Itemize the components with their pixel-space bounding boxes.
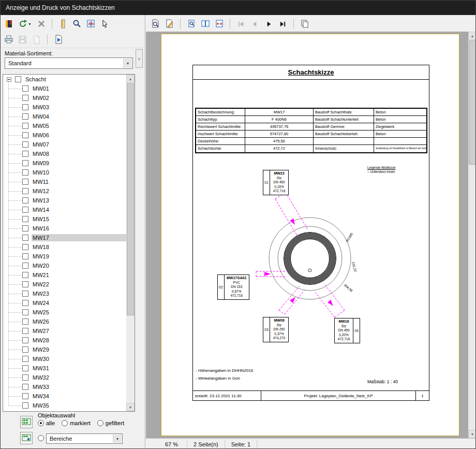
bereiche-select[interactable]: Bereiche ▼ bbox=[46, 433, 123, 444]
page-edit-icon[interactable] bbox=[162, 18, 176, 31]
checkbox[interactable] bbox=[22, 318, 28, 325]
checkbox[interactable] bbox=[22, 179, 28, 185]
nav-next-icon[interactable] bbox=[262, 18, 276, 31]
ruler-icon[interactable] bbox=[56, 18, 70, 31]
bereiche-icon[interactable] bbox=[20, 432, 33, 444]
refresh-icon[interactable]: ▼ bbox=[16, 18, 34, 31]
tree-root-schacht[interactable]: Schacht bbox=[3, 75, 126, 84]
checkbox[interactable] bbox=[22, 141, 28, 148]
checkbox[interactable] bbox=[22, 272, 28, 278]
scroll-down-icon[interactable]: ▼ bbox=[126, 403, 135, 411]
fit-one-page-icon[interactable] bbox=[184, 18, 198, 31]
checkbox[interactable] bbox=[22, 346, 28, 353]
tree-item[interactable]: MW23 bbox=[3, 289, 126, 298]
close-x-icon[interactable] bbox=[34, 18, 48, 31]
checkbox[interactable] bbox=[22, 123, 28, 129]
radio-markiert[interactable]: markiert bbox=[62, 420, 91, 426]
nav-first-icon[interactable] bbox=[234, 18, 248, 31]
checkbox[interactable] bbox=[22, 188, 28, 194]
tree-item[interactable]: MW24 bbox=[3, 298, 126, 308]
checkbox[interactable] bbox=[22, 160, 28, 166]
scroll-up-icon[interactable]: ▲ bbox=[468, 32, 476, 40]
tree-item[interactable]: MW15 bbox=[3, 214, 126, 224]
floppy-icon[interactable] bbox=[16, 33, 29, 46]
tree-item[interactable]: MW33 bbox=[3, 382, 126, 392]
cursor-icon[interactable] bbox=[98, 18, 112, 31]
checkbox[interactable] bbox=[22, 402, 28, 409]
tree-item[interactable]: MW03 bbox=[3, 103, 126, 112]
tree-item[interactable]: MW06 bbox=[3, 131, 126, 140]
radio-icon[interactable] bbox=[97, 420, 103, 426]
checkbox[interactable] bbox=[22, 337, 28, 343]
print-preview-viewport[interactable]: Schachtskizze Schachtbezeichnung: MW17 B… bbox=[146, 32, 476, 438]
tree-item[interactable]: MW13 bbox=[3, 196, 126, 205]
tree-item[interactable]: MW08 bbox=[3, 149, 126, 158]
tree-item[interactable]: MW02 bbox=[3, 93, 126, 103]
checkbox[interactable] bbox=[22, 197, 28, 204]
tree-item[interactable]: MW21 bbox=[3, 270, 126, 280]
tree-item[interactable]: MW18 bbox=[3, 242, 126, 252]
copy-icon[interactable] bbox=[298, 18, 311, 31]
bereiche-radio[interactable] bbox=[38, 435, 44, 441]
checkbox[interactable] bbox=[22, 253, 28, 259]
grid-crosshair-icon[interactable] bbox=[84, 18, 98, 31]
tree-item[interactable]: MW20 bbox=[3, 261, 126, 270]
tree-item[interactable]: MW19 bbox=[3, 252, 126, 261]
scrollbar-thumb[interactable] bbox=[469, 40, 476, 165]
tree-item[interactable]: MW31 bbox=[3, 364, 126, 373]
checkbox[interactable] bbox=[22, 85, 28, 92]
tree-item[interactable]: MW01 bbox=[3, 84, 126, 93]
radio-gefiltert[interactable]: gefiltert bbox=[97, 420, 124, 426]
tree-item[interactable]: MW11 bbox=[3, 177, 126, 186]
tree-item[interactable]: MW32 bbox=[3, 373, 126, 382]
page-icon[interactable] bbox=[29, 33, 43, 46]
checkbox[interactable] bbox=[22, 384, 28, 390]
scroll-down-icon[interactable]: ▼ bbox=[468, 430, 476, 438]
page-run-icon[interactable] bbox=[51, 33, 65, 46]
tree-item[interactable]: MW12 bbox=[3, 186, 126, 196]
fit-two-pages-icon[interactable] bbox=[198, 18, 212, 31]
chevron-down-icon[interactable]: ▼ bbox=[113, 434, 122, 443]
tree-item[interactable]: MW16 bbox=[3, 224, 126, 233]
checkbox[interactable] bbox=[22, 393, 28, 399]
tree-item[interactable]: MW04 bbox=[3, 112, 126, 121]
checkbox[interactable] bbox=[22, 328, 28, 334]
tree-item[interactable]: MW35 bbox=[3, 401, 126, 410]
checkbox[interactable] bbox=[22, 300, 28, 306]
scroll-up-icon[interactable]: ▲ bbox=[126, 75, 135, 83]
tree-item[interactable]: MW25 bbox=[3, 308, 126, 317]
checkbox[interactable] bbox=[22, 374, 28, 381]
nav-last-icon[interactable] bbox=[276, 18, 290, 31]
tree-item[interactable]: MW34 bbox=[3, 392, 126, 401]
preview-scrollbar[interactable]: ▲ ▼ bbox=[468, 32, 476, 438]
tree-item[interactable]: MW28 bbox=[3, 336, 126, 345]
fit-width-icon[interactable] bbox=[212, 18, 226, 31]
report-icon[interactable] bbox=[2, 18, 16, 31]
tree-item[interactable]: MW10 bbox=[3, 168, 126, 177]
tree-item[interactable]: MW07 bbox=[3, 140, 126, 149]
tree-item[interactable]: MW14 bbox=[3, 205, 126, 214]
checkbox[interactable] bbox=[22, 281, 28, 287]
checkbox[interactable] bbox=[22, 104, 28, 110]
magnifier-icon[interactable] bbox=[70, 18, 84, 31]
checkbox[interactable] bbox=[22, 235, 28, 241]
objektauswahl-icon[interactable] bbox=[20, 416, 33, 428]
radio-icon[interactable] bbox=[62, 420, 68, 426]
printer-icon[interactable] bbox=[2, 33, 16, 46]
checkbox[interactable] bbox=[15, 76, 21, 82]
checkbox[interactable] bbox=[22, 113, 28, 120]
tree-item[interactable]: MW27 bbox=[3, 326, 126, 336]
material-sortiment-select[interactable]: Standard ▼ bbox=[5, 57, 133, 69]
checkbox[interactable] bbox=[22, 263, 28, 269]
checkbox[interactable] bbox=[22, 356, 28, 362]
tree-item[interactable]: MW17 bbox=[3, 233, 126, 242]
panel-collapse-handle[interactable]: › bbox=[136, 49, 143, 68]
collapse-minus-icon[interactable] bbox=[7, 77, 11, 82]
checkbox[interactable] bbox=[22, 291, 28, 297]
tree-item[interactable]: MW22 bbox=[3, 280, 126, 289]
nav-prev-icon[interactable] bbox=[248, 18, 262, 31]
checkbox[interactable] bbox=[22, 169, 28, 176]
checkbox[interactable] bbox=[22, 309, 28, 315]
radio-alle[interactable]: alle bbox=[38, 420, 55, 426]
tree-item[interactable]: MW09 bbox=[3, 158, 126, 168]
